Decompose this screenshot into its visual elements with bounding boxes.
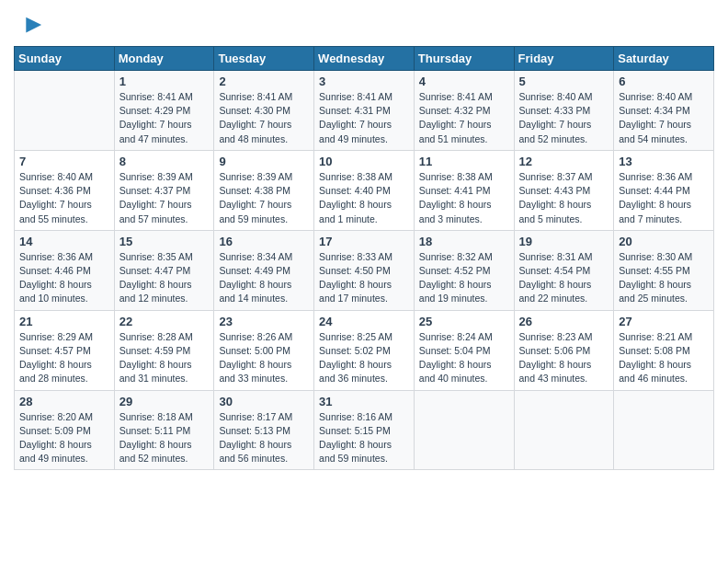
calendar-cell: 28Sunrise: 8:20 AM Sunset: 5:09 PM Dayli…: [15, 390, 115, 470]
day-number: 1: [119, 75, 210, 88]
day-number: 11: [419, 155, 509, 168]
day-number: 18: [419, 235, 509, 248]
weekday-header-row: SundayMondayTuesdayWednesdayThursdayFrid…: [15, 47, 714, 71]
calendar-cell: 19Sunrise: 8:31 AM Sunset: 4:54 PM Dayli…: [514, 230, 614, 310]
day-info: Sunrise: 8:25 AM Sunset: 5:02 PM Dayligh…: [319, 330, 409, 386]
day-number: 9: [219, 155, 309, 168]
calendar-cell: 3Sunrise: 8:41 AM Sunset: 4:31 PM Daylig…: [314, 71, 415, 151]
day-info: Sunrise: 8:18 AM Sunset: 5:11 PM Dayligh…: [119, 410, 210, 466]
calendar-cell: 24Sunrise: 8:25 AM Sunset: 5:02 PM Dayli…: [314, 310, 415, 390]
day-number: 13: [619, 155, 709, 168]
day-info: Sunrise: 8:35 AM Sunset: 4:47 PM Dayligh…: [119, 250, 210, 306]
day-number: 5: [519, 75, 609, 88]
weekday-header-monday: Monday: [114, 47, 214, 71]
calendar-cell: 22Sunrise: 8:28 AM Sunset: 4:59 PM Dayli…: [114, 310, 214, 390]
weekday-header-wednesday: Wednesday: [314, 47, 415, 71]
day-info: Sunrise: 8:24 AM Sunset: 5:04 PM Dayligh…: [419, 330, 509, 386]
calendar-cell: 2Sunrise: 8:41 AM Sunset: 4:30 PM Daylig…: [214, 71, 314, 151]
day-number: 12: [519, 155, 609, 168]
day-number: 6: [619, 75, 709, 88]
calendar-cell: [414, 390, 514, 470]
day-info: Sunrise: 8:41 AM Sunset: 4:30 PM Dayligh…: [219, 90, 309, 146]
calendar-cell: 27Sunrise: 8:21 AM Sunset: 5:08 PM Dayli…: [614, 310, 714, 390]
day-number: 8: [119, 155, 210, 168]
day-info: Sunrise: 8:16 AM Sunset: 5:15 PM Dayligh…: [319, 410, 409, 466]
svg-marker-0: [26, 17, 41, 33]
day-number: 29: [119, 395, 210, 408]
calendar-cell: 23Sunrise: 8:26 AM Sunset: 5:00 PM Dayli…: [214, 310, 314, 390]
day-info: Sunrise: 8:40 AM Sunset: 4:34 PM Dayligh…: [619, 90, 709, 146]
calendar-cell: 5Sunrise: 8:40 AM Sunset: 4:33 PM Daylig…: [514, 71, 614, 151]
weekday-header-sunday: Sunday: [15, 47, 115, 71]
day-number: 25: [419, 315, 509, 328]
weekday-header-friday: Friday: [514, 47, 614, 71]
day-number: 26: [519, 315, 609, 328]
day-info: Sunrise: 8:41 AM Sunset: 4:32 PM Dayligh…: [419, 90, 509, 146]
calendar-cell: 6Sunrise: 8:40 AM Sunset: 4:34 PM Daylig…: [614, 71, 714, 151]
calendar-week-1: 1Sunrise: 8:41 AM Sunset: 4:29 PM Daylig…: [15, 71, 714, 151]
day-number: 28: [19, 395, 109, 408]
day-info: Sunrise: 8:39 AM Sunset: 4:37 PM Dayligh…: [119, 170, 210, 226]
day-number: 7: [19, 155, 109, 168]
day-number: 14: [19, 235, 109, 248]
day-number: 2: [219, 75, 309, 88]
calendar-cell: 10Sunrise: 8:38 AM Sunset: 4:40 PM Dayli…: [314, 150, 415, 230]
day-number: 23: [219, 315, 309, 328]
calendar-cell: 7Sunrise: 8:40 AM Sunset: 4:36 PM Daylig…: [15, 150, 115, 230]
calendar-cell: 20Sunrise: 8:30 AM Sunset: 4:55 PM Dayli…: [614, 230, 714, 310]
calendar-cell: 1Sunrise: 8:41 AM Sunset: 4:29 PM Daylig…: [114, 71, 214, 151]
day-number: 22: [119, 315, 210, 328]
day-number: 3: [319, 75, 409, 88]
day-info: Sunrise: 8:41 AM Sunset: 4:31 PM Dayligh…: [319, 90, 409, 146]
calendar-cell: 16Sunrise: 8:34 AM Sunset: 4:49 PM Dayli…: [214, 230, 314, 310]
calendar-cell: 9Sunrise: 8:39 AM Sunset: 4:38 PM Daylig…: [214, 150, 314, 230]
day-number: 21: [19, 315, 109, 328]
day-number: 15: [119, 235, 210, 248]
calendar-cell: 29Sunrise: 8:18 AM Sunset: 5:11 PM Dayli…: [114, 390, 214, 470]
calendar-week-2: 7Sunrise: 8:40 AM Sunset: 4:36 PM Daylig…: [15, 150, 714, 230]
calendar-cell: 30Sunrise: 8:17 AM Sunset: 5:13 PM Dayli…: [214, 390, 314, 470]
day-number: 19: [519, 235, 609, 248]
day-info: Sunrise: 8:34 AM Sunset: 4:49 PM Dayligh…: [219, 250, 309, 306]
calendar-cell: 26Sunrise: 8:23 AM Sunset: 5:06 PM Dayli…: [514, 310, 614, 390]
calendar-cell: 13Sunrise: 8:36 AM Sunset: 4:44 PM Dayli…: [614, 150, 714, 230]
day-info: Sunrise: 8:20 AM Sunset: 5:09 PM Dayligh…: [19, 410, 109, 466]
day-info: Sunrise: 8:26 AM Sunset: 5:00 PM Dayligh…: [219, 330, 309, 386]
day-info: Sunrise: 8:40 AM Sunset: 4:36 PM Dayligh…: [19, 170, 109, 226]
day-info: Sunrise: 8:30 AM Sunset: 4:55 PM Dayligh…: [619, 250, 709, 306]
weekday-header-thursday: Thursday: [414, 47, 514, 71]
day-number: 30: [219, 395, 309, 408]
day-number: 17: [319, 235, 409, 248]
calendar-cell: 8Sunrise: 8:39 AM Sunset: 4:37 PM Daylig…: [114, 150, 214, 230]
day-number: 31: [319, 395, 409, 408]
calendar-cell: 15Sunrise: 8:35 AM Sunset: 4:47 PM Dayli…: [114, 230, 214, 310]
calendar-cell: [614, 390, 714, 470]
calendar-cell: 31Sunrise: 8:16 AM Sunset: 5:15 PM Dayli…: [314, 390, 415, 470]
calendar-week-5: 28Sunrise: 8:20 AM Sunset: 5:09 PM Dayli…: [15, 390, 714, 470]
day-number: 24: [319, 315, 409, 328]
weekday-header-saturday: Saturday: [614, 47, 714, 71]
logo-icon: [17, 13, 43, 39]
day-info: Sunrise: 8:37 AM Sunset: 4:43 PM Dayligh…: [519, 170, 609, 226]
calendar-cell: 18Sunrise: 8:32 AM Sunset: 4:52 PM Dayli…: [414, 230, 514, 310]
day-number: 4: [419, 75, 509, 88]
page-header: [14, 9, 714, 39]
calendar-cell: 21Sunrise: 8:29 AM Sunset: 4:57 PM Dayli…: [15, 310, 115, 390]
calendar-cell: 17Sunrise: 8:33 AM Sunset: 4:50 PM Dayli…: [314, 230, 415, 310]
calendar-cell: 25Sunrise: 8:24 AM Sunset: 5:04 PM Dayli…: [414, 310, 514, 390]
calendar-week-3: 14Sunrise: 8:36 AM Sunset: 4:46 PM Dayli…: [15, 230, 714, 310]
day-info: Sunrise: 8:39 AM Sunset: 4:38 PM Dayligh…: [219, 170, 309, 226]
day-info: Sunrise: 8:17 AM Sunset: 5:13 PM Dayligh…: [219, 410, 309, 466]
day-info: Sunrise: 8:23 AM Sunset: 5:06 PM Dayligh…: [519, 330, 609, 386]
day-info: Sunrise: 8:21 AM Sunset: 5:08 PM Dayligh…: [619, 330, 709, 386]
weekday-header-tuesday: Tuesday: [214, 47, 314, 71]
calendar-table: SundayMondayTuesdayWednesdayThursdayFrid…: [14, 46, 714, 470]
day-info: Sunrise: 8:38 AM Sunset: 4:41 PM Dayligh…: [419, 170, 509, 226]
calendar-cell: [15, 71, 115, 151]
calendar-cell: [514, 390, 614, 470]
calendar-cell: 12Sunrise: 8:37 AM Sunset: 4:43 PM Dayli…: [514, 150, 614, 230]
day-number: 27: [619, 315, 709, 328]
day-info: Sunrise: 8:38 AM Sunset: 4:40 PM Dayligh…: [319, 170, 409, 226]
day-info: Sunrise: 8:28 AM Sunset: 4:59 PM Dayligh…: [119, 330, 210, 386]
day-info: Sunrise: 8:41 AM Sunset: 4:29 PM Dayligh…: [119, 90, 210, 146]
